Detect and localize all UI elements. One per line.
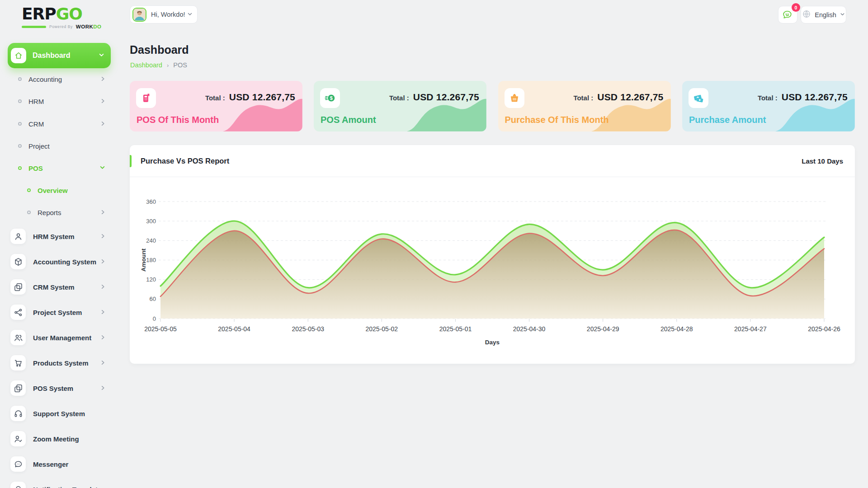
bullet-icon — [18, 122, 22, 126]
report-range-label: Last 10 Days — [802, 157, 843, 165]
chevron-right-icon — [100, 120, 105, 128]
users-icon — [10, 330, 26, 345]
header-accent-bar — [130, 155, 132, 167]
svg-text:120: 120 — [146, 276, 156, 283]
report-card-header: Purchase Vs POS Report Last 10 Days — [130, 145, 855, 177]
svg-text:2025-05-01: 2025-05-01 — [439, 325, 472, 333]
sidebar-item-pos[interactable]: POS — [8, 159, 111, 177]
chevron-right-icon — [100, 308, 105, 316]
chevron-down-icon — [99, 164, 105, 172]
logo-underline — [22, 26, 46, 28]
svg-text:$: $ — [330, 95, 333, 101]
bullet-icon — [18, 166, 22, 170]
globe-icon — [802, 9, 811, 20]
app-root: ERPGO Powered By WORKDO Hi, Workdo! 0 En… — [0, 0, 868, 488]
svg-text:360: 360 — [146, 198, 156, 205]
headset-icon — [10, 406, 26, 421]
sidebar-item-zoom-meeting[interactable]: Zoom Meeting — [8, 426, 111, 451]
sidebar-item-accounting-system[interactable]: Accounting System — [8, 249, 111, 274]
sidebar-item-pos-system[interactable]: POS System — [8, 375, 111, 401]
card-label: POS Of This Month — [137, 115, 219, 125]
svg-text:2025-04-30: 2025-04-30 — [513, 325, 546, 333]
pos-terminal-icon — [136, 88, 156, 108]
breadcrumb-separator-icon: › — [167, 62, 169, 69]
stat-card-purchase-amount: Total : USD 12.267,75 Purchase Amount — [682, 81, 855, 131]
sidebar-item-crm-system[interactable]: CRM System — [8, 274, 111, 300]
cube-icon — [10, 254, 26, 269]
breadcrumb: Dashboard › POS — [130, 61, 187, 69]
chevron-right-icon — [100, 384, 105, 392]
breadcrumb-dashboard-link[interactable]: Dashboard — [130, 61, 162, 69]
total-amount: USD 12.267,75 — [782, 92, 848, 103]
card-label: POS Amount — [321, 115, 376, 125]
notifications-button[interactable]: 0 — [778, 6, 797, 23]
basket-icon — [505, 88, 524, 108]
sidebar-item-accounting[interactable]: Accounting — [8, 70, 111, 88]
purchase-vs-pos-report-card: Purchase Vs POS Report Last 10 Days 0601… — [130, 145, 855, 364]
page-title: Dashboard — [130, 43, 189, 56]
sidebar-item-hrm-system[interactable]: HRM System — [8, 224, 111, 249]
svg-text:2025-04-28: 2025-04-28 — [660, 325, 693, 333]
frame-icon — [10, 279, 26, 295]
sidebar-item-crm[interactable]: CRM — [8, 115, 111, 133]
total-label: Total : — [758, 94, 778, 102]
total-amount: USD 12.267,75 — [597, 92, 663, 103]
app-logo[interactable]: ERPGO Powered By WORKDO — [22, 6, 102, 29]
svg-text:2025-05-04: 2025-05-04 — [218, 325, 250, 333]
chevron-down-icon — [99, 52, 104, 60]
breadcrumb-current: POS — [173, 61, 187, 69]
sidebar-item-pos-reports[interactable]: Reports — [8, 203, 111, 221]
stat-card-pos-of-this-month: Total : USD 12.267,75 POS Of This Month — [130, 81, 302, 131]
svg-text:2025-05-02: 2025-05-02 — [366, 325, 398, 333]
logo-text: ERPGO — [22, 6, 102, 22]
svg-text:2025-04-26: 2025-04-26 — [808, 325, 840, 333]
total-label: Total : — [573, 94, 593, 102]
svg-text:300: 300 — [146, 218, 156, 225]
report-title: Purchase Vs POS Report — [141, 157, 802, 165]
language-label: English — [815, 11, 836, 19]
sidebar-item-messenger[interactable]: Messenger — [8, 451, 111, 477]
language-selector[interactable]: English — [801, 6, 846, 23]
total-amount: USD 12.267,75 — [413, 92, 479, 103]
user-icon — [10, 229, 26, 244]
chevron-right-icon — [100, 75, 105, 83]
chevron-right-icon — [100, 258, 105, 266]
card-label: Purchase Of This Month — [505, 115, 609, 125]
sidebar-item-project-system[interactable]: Project System — [8, 300, 111, 325]
chevron-right-icon — [100, 97, 105, 105]
chevron-right-icon — [100, 283, 105, 291]
avatar — [132, 8, 146, 22]
svg-text:Days: Days — [485, 339, 500, 346]
sidebar-item-notification-template[interactable]: Notification Template — [8, 477, 111, 488]
bullet-icon — [27, 188, 31, 192]
sidebar-item-pos-overview[interactable]: Overview — [8, 181, 111, 199]
chevron-down-icon — [840, 11, 845, 18]
user-menu[interactable]: Hi, Workdo! — [130, 5, 198, 23]
card-label: Purchase Amount — [689, 115, 766, 125]
bullet-icon — [18, 144, 22, 148]
sidebar-item-support-system[interactable]: Support System — [8, 401, 111, 426]
chevron-right-icon — [100, 232, 105, 240]
frame-icon — [10, 380, 26, 396]
chat-notification-icon — [782, 9, 793, 21]
bullet-icon — [27, 211, 31, 214]
svg-text:180: 180 — [146, 257, 156, 263]
sidebar-item-hrm[interactable]: HRM — [8, 92, 111, 110]
sidebar-item-project[interactable]: Project — [8, 137, 111, 155]
sidebar-item-dashboard[interactable]: Dashboard — [8, 43, 111, 68]
logo-tagline: Powered By WORKDO — [22, 24, 102, 29]
svg-text:2025-04-27: 2025-04-27 — [734, 325, 767, 333]
chevron-down-icon — [187, 10, 193, 19]
bullet-icon — [18, 77, 22, 81]
share-icon — [10, 305, 26, 320]
stat-card-pos-amount: $ Total : USD 12.267,75 POS Amount — [314, 81, 486, 131]
home-icon — [11, 48, 26, 63]
banknotes-icon — [689, 88, 708, 108]
sidebar-item-user-management[interactable]: User Management — [8, 325, 111, 350]
cart-icon — [10, 355, 26, 371]
purchase-vs-pos-area-chart: 0601201802403003602025-05-052025-05-0420… — [130, 181, 855, 359]
chevron-right-icon — [100, 208, 105, 216]
sidebar-item-products-system[interactable]: Products System — [8, 350, 111, 375]
user-check-icon — [10, 431, 26, 446]
bell-icon — [10, 482, 26, 488]
